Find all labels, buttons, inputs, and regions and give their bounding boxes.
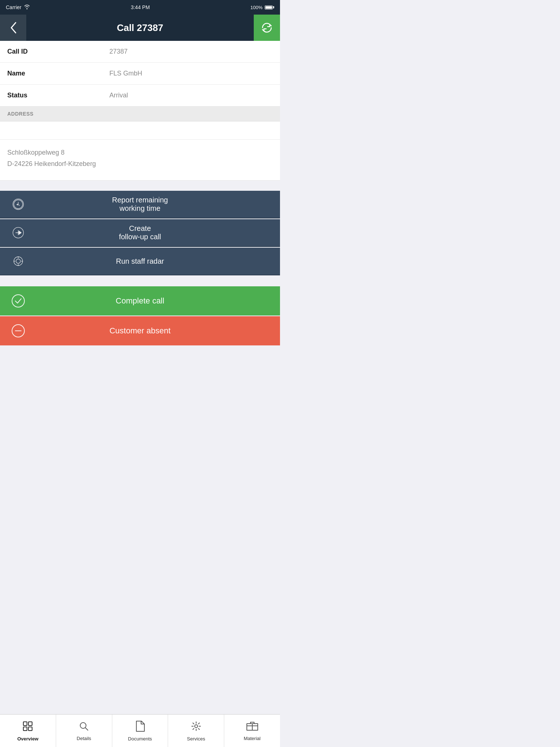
name-value: FLS GmbH xyxy=(109,70,273,77)
follow-up-text: Createfollow-up call xyxy=(29,224,273,241)
minus-circle-icon xyxy=(7,323,29,338)
battery-percent: 100% xyxy=(250,5,262,10)
battery-icon xyxy=(265,5,274,9)
status-bar-time: 3:44 PM xyxy=(131,4,150,10)
tab-spacer xyxy=(0,345,280,382)
address-empty-row xyxy=(0,121,280,140)
clock-play-icon xyxy=(7,198,29,211)
customer-absent-button[interactable]: Customer absent xyxy=(0,316,280,345)
name-row: Name FLS GmbH xyxy=(0,63,280,85)
status-bar: Carrier 3:44 PM 100% xyxy=(0,0,280,15)
address-row: Schloßkoppelweg 8 D-24226 Heikendorf-Kit… xyxy=(0,140,280,181)
staff-radar-text: Run staff radar xyxy=(29,257,273,266)
address-line1: Schloßkoppelweg 8 xyxy=(7,149,65,156)
complete-call-text: Complete call xyxy=(29,296,273,306)
carrier-label: Carrier xyxy=(6,4,22,10)
address-line2: D-24226 Heikendorf-Kitzeberg xyxy=(7,160,96,167)
name-label: Name xyxy=(7,70,109,77)
status-value: Arrival xyxy=(109,92,273,99)
wifi-icon xyxy=(24,4,30,11)
status-row: Status Arrival xyxy=(0,85,280,107)
crosshair-icon xyxy=(7,255,29,268)
info-section: Call ID 27387 Name FLS GmbH Status Arriv… xyxy=(0,41,280,107)
follow-up-button[interactable]: Createfollow-up call xyxy=(0,219,280,247)
call-id-label: Call ID xyxy=(7,48,109,55)
refresh-button[interactable] xyxy=(254,15,280,41)
gap-1 xyxy=(0,181,280,191)
back-button[interactable] xyxy=(0,15,26,41)
call-id-value: 27387 xyxy=(109,48,273,55)
status-label: Status xyxy=(7,92,109,99)
check-circle-icon xyxy=(7,293,29,309)
gap-2 xyxy=(0,276,280,286)
svg-point-6 xyxy=(16,259,20,263)
complete-call-button[interactable]: Complete call xyxy=(0,286,280,316)
status-bar-right: 100% xyxy=(250,5,274,10)
call-id-row: Call ID 27387 xyxy=(0,41,280,63)
header: Call 27387 xyxy=(0,15,280,41)
staff-radar-button[interactable]: Run staff radar xyxy=(0,248,280,275)
svg-point-11 xyxy=(12,295,24,307)
report-time-button[interactable]: Report remainingworking time xyxy=(0,191,280,218)
status-bar-left: Carrier xyxy=(6,4,30,11)
address-text: Schloßkoppelweg 8 D-24226 Heikendorf-Kit… xyxy=(7,147,273,169)
report-time-text: Report remainingworking time xyxy=(29,196,273,213)
customer-absent-text: Customer absent xyxy=(29,326,273,336)
address-section-header: ADDRESS xyxy=(0,107,280,121)
page-title: Call 27387 xyxy=(26,22,254,34)
forward-circle-icon xyxy=(7,226,29,239)
